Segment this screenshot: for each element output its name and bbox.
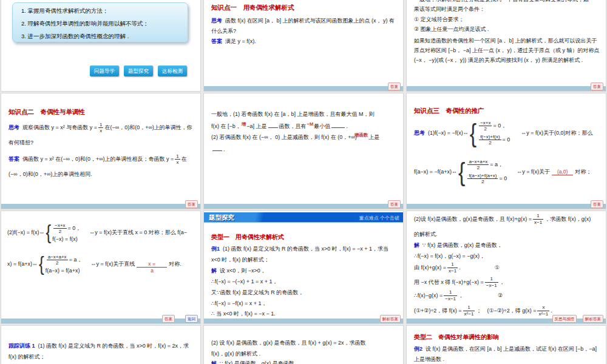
text-paragraph: 如果知道函数的奇偶性和一个区间 [a， b] 上的解析式，那么就可以设出关于原点… xyxy=(414,36,601,65)
brace-glyph: { xyxy=(46,223,52,243)
text: ， xyxy=(500,278,505,286)
return-tag-button[interactable]: 返回 xyxy=(185,315,198,323)
text: 上是 xyxy=(368,134,379,140)
section-title: 知识点三 奇偶性的推广 xyxy=(414,107,484,115)
answer-tag-button[interactable]: 答案 xyxy=(591,83,603,90)
header-title: 题型探究 xyxy=(209,214,234,222)
section-title: 知识点一 用奇偶性求解析式 xyxy=(211,4,294,12)
slide-type-2[interactable]: 类型二 奇偶性对单调性的影响 例2设 f(x) 是偶函数，在区间 [a，b] 上… xyxy=(407,326,606,364)
answer-tag-button[interactable]: 答案 xyxy=(162,315,175,323)
example-text: 设 f(x) 是偶函数，在区间 [a，b] 上是减函数，试证 f(x) 在区间 … xyxy=(414,346,597,362)
nav-button-dabiao-jiance[interactable]: 达标检测 xyxy=(158,66,187,76)
slide-example-part2[interactable]: (2)设 f(x)是偶函数，g(x)是奇函数，且 f(x)+g(x) =1x−1… xyxy=(407,211,606,323)
text-line: 果该等式同时满足两个条件： xyxy=(414,5,485,13)
slide-knowledge-point-3[interactable]: 知识点三 奇偶性的推广 思考 (1)f(−x) = −f(x)⇔ {−x+x2=… xyxy=(407,93,606,209)
section-title: 知识点二 奇偶性与单调性 xyxy=(8,108,85,116)
text: 函数，且有 xyxy=(279,123,307,129)
red-answer: 增 xyxy=(242,121,246,127)
text: (①+②)÷2，得 f(x) = xyxy=(414,307,462,315)
text-line: ① 定义域符合要求； xyxy=(414,16,464,24)
text-line-with-answers: f(x) 在 [−b，增−a] 上是函数，且有−M最小值. xyxy=(211,122,348,130)
text: 用 −x 代替 x 得 f(−x)+g(−x) = xyxy=(414,278,484,286)
solution-line: 解设 x<0，则 −x>0， xyxy=(211,267,266,275)
slide-type-exploration[interactable]: 题型探究 重点难点 个个击破 类型一 用奇偶性求解析式 例1(1) 函数 f(x… xyxy=(204,211,403,323)
formula-row: ∴f(x)−g(x) =1−x−1，② xyxy=(414,289,503,302)
slide-objectives[interactable]: 1. 掌握用奇偶性求解析式的方法； 2. 理解奇偶性对单调性的影响并能用以解不等… xyxy=(1,0,200,91)
fraction: 1x xyxy=(175,153,180,165)
objective-item: 1. 掌握用奇偶性求解析式的方法； xyxy=(21,7,109,15)
slide-bottom-bar xyxy=(204,318,403,323)
text-line: (2) 设 f(x) 是偶函数，g(x) 是奇函数，且 f(x) + g(x) … xyxy=(211,339,366,347)
solution-line: ∴f(−x) = f(x)，g(−x) = −g(x)， xyxy=(414,252,485,260)
nav-button-wenti-daoxue[interactable]: 问题导学 xyxy=(90,66,119,76)
formula-post: ⇔y = f(x)关于(0,0)对称；那么 xyxy=(521,129,592,137)
slide-symmetry-lines[interactable]: (2)f(−x) = f(x)⇔ {−x+x2= 0，f(−x) = f(x) … xyxy=(1,211,200,323)
text-line: 一般地，(1) 若奇函数 f(x) 在 [a，b] 上是增函数，且有最大值 M，… xyxy=(211,110,375,118)
answer-label: 答案 xyxy=(211,38,222,44)
think-label: 思考 xyxy=(211,18,222,24)
answer-tag-button[interactable]: 答案 xyxy=(388,83,401,90)
blank-underline xyxy=(268,122,278,128)
objectives-box: 1. 掌握用奇偶性求解析式的方法； 2. 理解奇偶性对单调性的影响并能用以解不等… xyxy=(12,2,188,42)
reflection-tag-button[interactable]: 反思与感悟 xyxy=(552,315,577,323)
answer-label: 答案 xyxy=(8,156,19,162)
text: ∵ f(x) 是偶函数，g(x) 是奇函数， xyxy=(422,242,503,248)
think-text: 函数 f(x) 在区间 [a， b] 上的解析式与该区间函数图象上的点 (x， … xyxy=(211,18,395,34)
objective-item: 3. 进一步加深对函数的奇偶性概念的理解 . xyxy=(21,33,129,41)
formula-row: 由 f(x)+g(x) =1x−1.① xyxy=(414,261,500,274)
cases-bracket: {a−x+a+x2= a，f(a−x) = f(a+x) xyxy=(39,254,82,274)
slide-sorter-sheet: 1. 掌握用奇偶性求解析式的方法； 2. 理解奇偶性对单调性的影响并能用以解不等… xyxy=(0,0,607,364)
red-answer-underlined: (a,0) xyxy=(552,169,573,175)
formula-row: 思考 (1)f(−x) = −f(x)⇔ {−x+x2= 0，f(−x)+f(x… xyxy=(414,116,593,149)
text: . xyxy=(346,123,348,129)
slide-bottom-bar xyxy=(1,204,200,209)
text: 最小值 xyxy=(314,123,330,129)
formula-post: ⇔y = f(x)关于直线 xyxy=(90,260,135,268)
red-answer-stacked: x =a xyxy=(137,261,167,268)
solution-line: 解∵ f(x) 是偶函数，g(x) 是奇函数， xyxy=(211,360,300,364)
example-paragraph: 例2设 f(x) 是偶函数，在区间 [a，b] 上是减函数，试证 f(x) 在区… xyxy=(414,344,600,364)
example-label: 例2 xyxy=(414,346,422,352)
nav-button-tixing-tanjiu[interactable]: 题型探究 xyxy=(124,66,153,76)
text: f(x) 在 [−b， xyxy=(211,123,241,129)
text: ， xyxy=(458,292,464,300)
type-title: 类型二 奇偶性对单调性的影响 xyxy=(414,333,499,342)
fraction: 1x xyxy=(98,122,103,133)
cases-bracket: {a−x+a+x2= a，f(a−x)+f(a+x)2= 0 xyxy=(458,159,507,184)
training-label: 跟踪训练 1 xyxy=(8,343,35,349)
formula-row: 用 −x 代替 x 得 f(−x)+g(−x) =1−x−1， xyxy=(414,275,505,289)
brace-glyph: { xyxy=(470,120,476,146)
solution-label: 解 xyxy=(211,360,217,364)
answer-tag-button[interactable]: 答案 xyxy=(591,200,603,208)
example-text: (1) 函数 f(x) 是定义域为 R 的奇函数，当 x>0 时，f(x) = … xyxy=(211,246,388,263)
text: ∴f(x)−g(x) = xyxy=(414,292,443,298)
slide-fill-blanks[interactable]: 一般地，(1) 若奇函数 f(x) 在 [a，b] 上是增函数，且有最大值 M，… xyxy=(204,93,403,209)
text: ； (①−②)÷2，得 g(x) = xyxy=(476,307,536,315)
formula-row: (①+②)÷2，得 f(x) =1x²−1； (①−②)÷2，得 g(x) =x… xyxy=(414,303,552,318)
answer-tag-button[interactable]: 答案 xyxy=(388,200,401,208)
formula-row: (2)设 f(x)是偶函数，g(x)是奇函数，且 f(x)+g(x) =1x−1… xyxy=(414,212,591,226)
slide-knowledge-point-2[interactable]: 知识点二 奇偶性与单调性 思考观察偶函数 y = x² 与奇函数 y =1x在(… xyxy=(1,93,200,209)
slide-follow-up-training[interactable]: 跟踪训练 1(1) 函数 f(x) 是定义域为 R 的奇函数，当 x>0 时，f… xyxy=(1,326,200,364)
brace-glyph: { xyxy=(458,159,465,185)
slide-training-part2[interactable]: (2) 设 f(x) 是偶函数，g(x) 是奇函数，且 f(x) + g(x) … xyxy=(204,326,403,364)
text: . xyxy=(223,146,225,152)
formula-post: ⇔y = f(x)关于直线 x = 0 对称；那么 f(a− xyxy=(89,229,187,237)
formula-post: 对称； xyxy=(575,168,591,176)
formula-pre: (2)f(−x) = f(x)⇔ xyxy=(7,229,45,235)
slide-knowledge-point-1-cont[interactable]: 一般地，求解析式的任务就是要找到一个含有自变量与因变量的等式，如 果该等式同时满… xyxy=(407,0,606,91)
example-paragraph: 例1(1) 函数 f(x) 是定义域为 R 的奇函数，当 x>0 时，f(x) … xyxy=(211,243,397,265)
formula-pre: f(a−x) = −f(a+x)⇔ xyxy=(414,169,457,175)
slide-knowledge-point-1[interactable]: 知识点一 用奇偶性求解析式 思考函数 f(x) 在区间 [a， b] 上的解析式… xyxy=(204,0,403,91)
solution-answer-tag-button[interactable]: 解析答案 xyxy=(380,315,401,323)
solution-answer-tag-button[interactable]: 解析答案 xyxy=(583,315,603,323)
formula-row: f(a−x) = −f(a+x)⇔ {a−x+a+x2= a，f(a−x)+f(… xyxy=(414,154,591,189)
red-answer: −M xyxy=(307,121,314,127)
solution-line: ∴f(−x) = −(−x) + 1 = x + 1， xyxy=(211,278,278,286)
solution-line: 又∵函数 f(x) 是定义域为 R 的奇函数， xyxy=(211,289,304,297)
text-line: ② 图象上任意一点均满足该式 . xyxy=(414,25,489,33)
slide-bottom-bar xyxy=(407,204,606,209)
objective-item: 2. 理解奇偶性对单调性的影响并能用以解不等式； xyxy=(21,20,149,28)
header-subtitle: 重点难点 个个击破 xyxy=(359,215,399,221)
answer-tag-button[interactable]: 答案 xyxy=(185,200,198,208)
